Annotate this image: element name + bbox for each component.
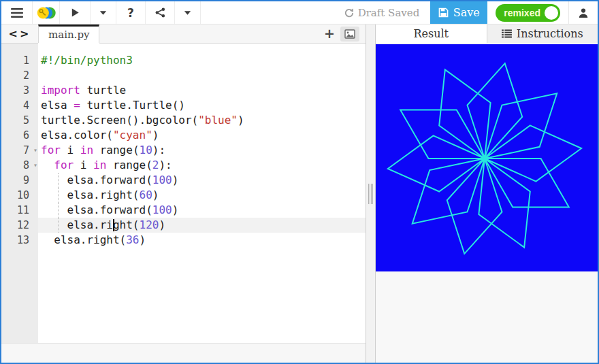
code-line[interactable]: 11 elsa.forward(100) xyxy=(1,203,366,218)
footer xyxy=(1,343,366,363)
code-text: turtle.Screen().bgcolor("blue") xyxy=(38,113,366,128)
line-number: 5 xyxy=(1,113,38,128)
line-number: 4 xyxy=(1,98,38,113)
add-image-button[interactable] xyxy=(340,27,359,42)
line-number: 8▾ xyxy=(1,158,38,173)
save-button[interactable]: Save xyxy=(430,1,487,24)
text-caret xyxy=(113,219,114,231)
grip-icon xyxy=(368,184,373,204)
remixed-toggle[interactable]: remixed xyxy=(496,4,560,22)
tab-result-label: Result xyxy=(413,27,449,40)
line-number: 3 xyxy=(1,83,38,98)
result-tabbar: Result Instructions xyxy=(376,24,598,43)
line-number: 1 xyxy=(1,53,38,68)
share-button[interactable] xyxy=(146,1,175,24)
fold-caret-icon[interactable]: ▾ xyxy=(33,144,37,157)
fold-caret-icon[interactable]: ▾ xyxy=(33,159,37,172)
code-text: elsa = turtle.Turtle() xyxy=(38,98,366,113)
hamburger-icon xyxy=(11,8,23,18)
code-line[interactable]: 7▾for i in range(10): xyxy=(1,143,366,158)
code-text: for i in range(2): xyxy=(38,158,366,173)
line-number: 7▾ xyxy=(1,143,38,158)
code-text: elsa.right(60) xyxy=(38,188,366,203)
code-line[interactable]: 10 elsa.right(60) xyxy=(1,188,366,203)
indent-guide xyxy=(58,188,59,203)
tab-actions: + xyxy=(324,24,366,43)
editor-tabbar: <> main.py + xyxy=(1,24,366,44)
line-number: 12 xyxy=(1,218,38,233)
line-number: 2 xyxy=(1,68,38,83)
app-window: ? Draft Saved xyxy=(0,0,599,364)
share-options-caret[interactable] xyxy=(175,1,201,24)
caret-down-icon xyxy=(184,10,191,16)
line-number: 11 xyxy=(1,203,38,218)
share-icon xyxy=(155,7,165,18)
editor-panel: <> main.py + 1#!/bin/python323import tur… xyxy=(1,24,366,363)
tab-instructions-label: Instructions xyxy=(517,27,583,40)
code-text: elsa.right(36) xyxy=(38,233,366,248)
code-line[interactable]: 5turtle.Screen().bgcolor("blue") xyxy=(1,113,366,128)
toolbar-spacer xyxy=(201,1,344,24)
floppy-icon xyxy=(438,7,449,18)
user-button[interactable] xyxy=(569,1,598,24)
indent-guide xyxy=(58,218,59,233)
toolbar: ? Draft Saved xyxy=(1,1,598,24)
code-line[interactable]: 6elsa.color("cyan") xyxy=(1,128,366,143)
trinket-logo[interactable] xyxy=(33,1,60,24)
code-text xyxy=(38,68,366,83)
trinket-logo-icon xyxy=(36,5,56,21)
code-editor[interactable]: 1#!/bin/python323import turtle4elsa = tu… xyxy=(1,44,366,343)
turtle-drawing xyxy=(376,44,598,271)
help-button[interactable]: ? xyxy=(116,1,146,24)
caret-down-icon xyxy=(99,10,107,16)
code-line[interactable]: 8▾ for i in range(2): xyxy=(1,158,366,173)
code-text: import turtle xyxy=(38,83,366,98)
remixed-label: remixed xyxy=(504,7,540,18)
code-text: elsa.color("cyan") xyxy=(38,128,366,143)
file-tab-label: main.py xyxy=(48,29,89,41)
result-panel: Result Instructions xyxy=(376,24,598,363)
code-text: #!/bin/python3 xyxy=(38,53,366,68)
draft-status-label: Draft Saved xyxy=(358,7,420,19)
code-line[interactable]: 4elsa = turtle.Turtle() xyxy=(1,98,366,113)
code-toggle-button[interactable]: <> xyxy=(1,24,38,43)
list-icon xyxy=(502,29,512,38)
code-lines: 1#!/bin/python323import turtle4elsa = tu… xyxy=(1,44,366,248)
save-button-label: Save xyxy=(453,6,480,19)
code-line[interactable]: 9 elsa.forward(100) xyxy=(1,173,366,188)
code-text: elsa.forward(100) xyxy=(38,173,366,188)
run-button[interactable] xyxy=(60,1,91,24)
line-number: 9 xyxy=(1,173,38,188)
question-icon: ? xyxy=(127,6,134,20)
indent-guide xyxy=(58,173,59,188)
code-brackets-icon: <> xyxy=(9,27,31,40)
code-line[interactable]: 2 xyxy=(1,68,366,83)
run-options-caret[interactable] xyxy=(91,1,116,24)
code-text: for i in range(10): xyxy=(38,143,366,158)
indent-guide xyxy=(58,203,59,218)
add-file-button[interactable]: + xyxy=(324,27,335,40)
code-text: elsa.right(120) xyxy=(38,218,366,233)
code-line[interactable]: 12 elsa.right(120) xyxy=(1,218,366,233)
line-number: 13 xyxy=(1,233,38,248)
code-line[interactable]: 1#!/bin/python3 xyxy=(1,53,366,68)
line-number: 10 xyxy=(1,188,38,203)
person-icon xyxy=(578,7,589,18)
panel-resize-handle[interactable] xyxy=(366,24,376,363)
code-line[interactable]: 3import turtle xyxy=(1,83,366,98)
line-number: 6 xyxy=(1,128,38,143)
draft-status: Draft Saved xyxy=(344,1,420,24)
file-tab-main-py[interactable]: main.py xyxy=(38,24,99,43)
play-icon xyxy=(70,7,80,18)
tab-instructions[interactable]: Instructions xyxy=(487,24,598,43)
hamburger-menu-button[interactable] xyxy=(1,1,33,24)
toggle-knob xyxy=(545,6,558,20)
sync-icon xyxy=(344,8,354,18)
code-text: elsa.forward(100) xyxy=(38,203,366,218)
image-icon xyxy=(344,29,355,39)
tab-result[interactable]: Result xyxy=(376,24,487,43)
code-line[interactable]: 13 elsa.right(36) xyxy=(1,233,366,248)
turtle-canvas xyxy=(376,44,598,271)
